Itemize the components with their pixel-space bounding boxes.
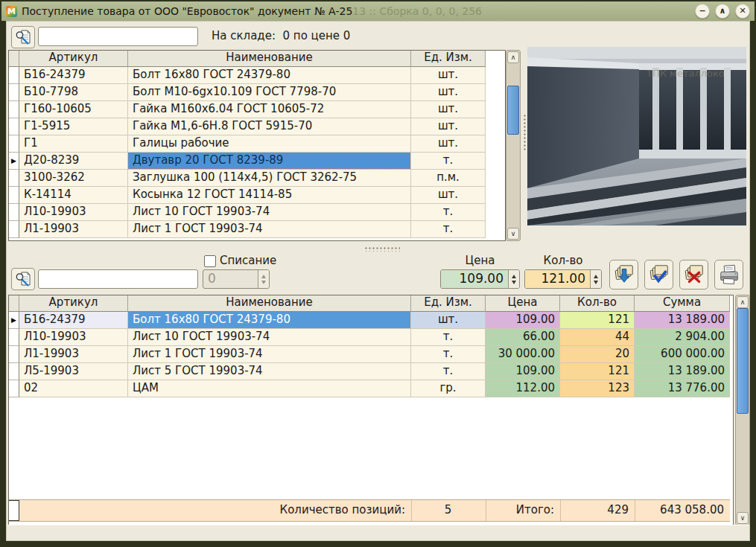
stock-label: На складе: 0 по цене 0 [212, 29, 350, 42]
table-row[interactable]: Л1-19903 Лист 1 ГОСТ 19903-74 т. 30 000.… [9, 346, 733, 363]
table-row[interactable]: Б16-24379 Болт 16х80 ГОСТ 24379-80 шт. [9, 67, 505, 84]
spinner-arrows[interactable] [590, 270, 601, 288]
search-document-icon [15, 271, 31, 287]
search-document-icon [15, 29, 31, 45]
selected-cell: Болт 16х80 ГОСТ 24379-80 [128, 312, 411, 329]
header-price: Цена [486, 295, 560, 312]
printer-icon [718, 263, 740, 286]
price-spinner[interactable]: 109.00 [440, 269, 520, 289]
upper-scrollbar[interactable]: ∧ ∨ [506, 50, 521, 241]
lower-search-button[interactable] [11, 268, 35, 290]
total-qty-value: 429 [560, 500, 635, 521]
total-sum-value: 643 058.00 [635, 500, 730, 521]
table-row[interactable]: К-14114 Косынка 12 ГОСТ 14114-85 шт. [9, 187, 505, 204]
header-art: Артикул [19, 51, 128, 67]
scroll-up-button[interactable]: ∧ [737, 296, 749, 308]
table-row-selected[interactable]: ▶ Д20-8239 Двутавр 20 ГОСТ 8239-89 т. [9, 153, 505, 170]
header-name: Наименование [128, 51, 411, 67]
row-marker: ▶ [9, 312, 19, 329]
table-row[interactable]: Л5-19903 Лист 5 ГОСТ 19903-74 т. 109.00 … [9, 363, 733, 380]
spinner-arrows[interactable] [508, 270, 519, 288]
row-marker: ▶ [9, 153, 19, 170]
table-row-selected[interactable]: ▶ Б16-24379 Болт 16х80 ГОСТ 24379-80 шт.… [9, 312, 733, 329]
add-to-document-button[interactable] [609, 260, 638, 290]
stack-down-arrow-icon [613, 263, 635, 286]
spinner-arrows[interactable] [258, 270, 269, 288]
header-unit: Ед. Изм. [411, 51, 486, 67]
horizontal-splitter-grip[interactable] [364, 246, 400, 252]
scroll-down-button[interactable]: ∨ [737, 512, 749, 524]
table-row[interactable]: Л1-19903 Лист 1 ГОСТ 19903-74 т. [9, 221, 505, 238]
table-row[interactable]: Л10-19903 Лист 10 ГОСТ 19903-74 т. 66.00… [9, 329, 733, 346]
catalog-header-row: Артикул Наименование Ед. Изм. [9, 51, 505, 67]
lower-search-input[interactable] [38, 269, 198, 289]
header-name: Наименование [128, 295, 411, 312]
selected-cell: Двутавр 20 ГОСТ 8239-89 [128, 153, 411, 170]
total-label: Итого: [486, 500, 560, 521]
header-unit: Ед. Изм. [411, 295, 486, 312]
window-title-ghost: 13 :: Сборка 0, 0, 0, 256 [352, 5, 482, 17]
upper-search-input[interactable] [38, 27, 198, 46]
close-button[interactable]: ✕ [735, 4, 750, 19]
header-sum: Сумма [635, 295, 730, 312]
writeoff-qty-spinner[interactable]: 0 [203, 269, 270, 289]
minimize-button[interactable]: − [695, 4, 710, 19]
table-row[interactable]: 3100-3262 Заглушка 100 (114х4,5) ГОСТ 32… [9, 170, 505, 187]
table-row[interactable]: Г1-5915 Гайка М1,6-6Н.8 ГОСТ 5915-70 шт. [9, 118, 505, 135]
scroll-down-button[interactable]: ∨ [507, 228, 519, 240]
header-qty: Кол-во [560, 295, 635, 312]
scroll-up-button[interactable]: ∧ [507, 51, 519, 63]
client-area: На складе: 0 по цене 0 Артикул Наименова… [6, 21, 750, 541]
qty-spinner[interactable]: 121.00 [524, 269, 602, 289]
upper-search-button[interactable] [11, 26, 35, 48]
status-strip [7, 525, 749, 540]
app-window: M Поступление товара от ООО "Евровосток"… [0, 0, 756, 547]
price-label: Цена [440, 254, 520, 267]
qty-label: Кол-во [524, 254, 602, 267]
print-document-button[interactable] [714, 260, 743, 290]
header-art: Артикул [19, 295, 128, 312]
table-row[interactable]: Г1 Галицы рабочие шт. [9, 135, 505, 153]
scrollbar-thumb[interactable] [737, 308, 749, 414]
confirm-document-button[interactable] [644, 260, 673, 290]
totals-row: Количество позиций: 5 Итого: 429 643 058… [9, 499, 730, 522]
delete-position-button[interactable] [679, 260, 708, 290]
positions-count-value: 5 [411, 500, 486, 521]
document-header-row: Артикул Наименование Ед. Изм. Цена Кол-в… [9, 295, 733, 312]
writeoff-qty-value: 0 [203, 270, 258, 288]
window-title: Поступление товара от ООО "Евровосток" д… [22, 5, 352, 17]
maximize-button[interactable]: ∧ [715, 4, 730, 19]
stack-delete-icon [683, 263, 705, 286]
product-photo: ТПК металлоко [527, 47, 746, 225]
writeoff-checkbox[interactable] [204, 255, 216, 267]
catalog-table: Артикул Наименование Ед. Изм. Б16-24379 … [8, 50, 506, 241]
writeoff-label: Списание [220, 254, 276, 267]
window-controls: − ∧ ✕ [695, 4, 750, 19]
table-row[interactable]: Б10-7798 Болт М10-6gх10.109 ГОСТ 7798-70… [9, 84, 505, 101]
scrollbar-thumb[interactable] [507, 86, 519, 135]
qty-value[interactable]: 121.00 [525, 270, 590, 288]
price-value[interactable]: 109.00 [441, 270, 508, 288]
positions-count-label: Количество позиций: [19, 500, 411, 521]
table-row[interactable]: 02 ЦАМ гр. 112.00 123 13 776.00 [9, 380, 733, 397]
document-table: Артикул Наименование Ед. Изм. Цена Кол-в… [8, 295, 734, 525]
lower-scrollbar[interactable]: ∧ ∨ [735, 295, 750, 525]
table-row[interactable]: Л10-19903 Лист 10 ГОСТ 19903-74 т. [9, 204, 505, 221]
stack-check-icon [648, 263, 670, 286]
titlebar[interactable]: M Поступление товара от ООО "Евровосток"… [1, 1, 755, 21]
app-icon: M [6, 6, 17, 17]
photo-watermark: ТПК металлоко [646, 68, 725, 79]
table-row[interactable]: Г160-10605 Гайка М160х6.04 ГОСТ 10605-72… [9, 101, 505, 118]
